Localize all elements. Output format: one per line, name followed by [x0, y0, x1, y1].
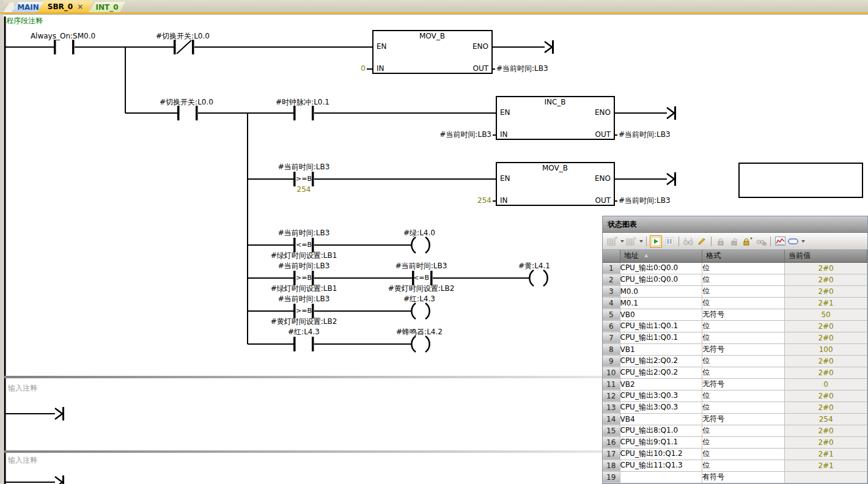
- cmp-bottom-operand-yellow-set[interactable]: #黄灯时间设置:LB2: [271, 318, 337, 326]
- force-new-icon[interactable]: [741, 235, 754, 248]
- input-comment-2[interactable]: 输入注释: [8, 384, 37, 392]
- in-value-254[interactable]: 254: [461, 197, 491, 205]
- row-number-cell[interactable]: 9: [603, 355, 620, 367]
- value-cell[interactable]: 254: [785, 413, 867, 425]
- coil-label-buzzer[interactable]: #蜂鸣器:L4.2: [396, 328, 443, 336]
- value-cell[interactable]: 2#1: [785, 448, 867, 460]
- operand-label-clock-pulse[interactable]: #时钟脉冲:L0.1: [276, 98, 329, 106]
- cmp-top-operand[interactable]: #当前时间:LB3: [278, 229, 330, 237]
- coil-buzzer[interactable]: [411, 336, 429, 352]
- address-cell[interactable]: VB0: [620, 309, 702, 320]
- address-cell[interactable]: CPU_输出3:Q0.3: [620, 402, 702, 413]
- format-cell[interactable]: 位: [702, 285, 785, 297]
- address-cell[interactable]: M0.0: [620, 285, 702, 297]
- value-cell[interactable]: 2#0: [785, 285, 867, 297]
- format-cell[interactable]: 位: [702, 262, 785, 274]
- force-icon[interactable]: [715, 235, 727, 248]
- header-value[interactable]: 当前值: [785, 250, 867, 262]
- row-number-cell[interactable]: 6: [603, 320, 620, 332]
- tab-int0[interactable]: INT_0: [89, 2, 125, 12]
- contact-clock-pulse[interactable]: [293, 106, 314, 120]
- value-cell[interactable]: 2#0: [785, 274, 867, 285]
- cmp-top-operand[interactable]: #当前时间:LB3: [278, 163, 330, 171]
- coil-label-green[interactable]: #绿:L4.0: [403, 229, 435, 237]
- coil-label-red[interactable]: #红:L4.3: [403, 295, 435, 303]
- coil-yellow[interactable]: [529, 270, 547, 286]
- dropdown-caret-icon[interactable]: [619, 235, 625, 248]
- format-cell[interactable]: 位: [702, 402, 785, 413]
- unforce-icon[interactable]: [728, 235, 740, 248]
- address-cell[interactable]: VB4: [620, 413, 702, 425]
- chart-status-on-icon[interactable]: [650, 235, 662, 248]
- address-cell[interactable]: CPU_输出2:Q0.2: [620, 367, 702, 378]
- address-cell[interactable]: [620, 471, 702, 483]
- value-cell[interactable]: 50: [785, 309, 867, 320]
- value-cell[interactable]: 100: [785, 343, 867, 355]
- row-number-cell[interactable]: 10: [603, 367, 620, 378]
- cmp-bottom-operand-green-set[interactable]: #绿灯时间设置:LB1: [271, 252, 337, 260]
- cmp-top-operand[interactable]: #当前时间:LB3: [278, 295, 330, 303]
- value-cell[interactable]: 2#0: [785, 436, 867, 448]
- coil-green[interactable]: [411, 237, 429, 253]
- cmp-bottom-value-254[interactable]: 254: [297, 186, 311, 194]
- header-address[interactable]: 地址▲: [620, 250, 702, 262]
- format-cell[interactable]: 位: [702, 436, 785, 448]
- row-number-cell[interactable]: 8: [603, 343, 620, 355]
- address-cell[interactable]: CPU_输出3:Q0.3: [620, 390, 702, 402]
- address-cell[interactable]: CPU_输出10:Q1.2: [620, 448, 702, 460]
- format-cell[interactable]: 位: [702, 332, 785, 343]
- row-number-cell[interactable]: 16: [603, 436, 620, 448]
- input-comment-3[interactable]: 输入注释: [8, 457, 37, 464]
- cmp-top-operand[interactable]: #当前时间:LB3: [395, 262, 447, 270]
- format-cell[interactable]: 无符号: [702, 378, 785, 390]
- format-cell[interactable]: 无符号: [702, 413, 785, 425]
- address-cell[interactable]: CPU_输出2:Q0.2: [620, 355, 702, 367]
- value-cell[interactable]: [785, 471, 867, 483]
- format-cell[interactable]: 位: [702, 320, 785, 332]
- contact-red[interactable]: [293, 337, 314, 351]
- contact-always-on[interactable]: [54, 40, 75, 54]
- value-cell[interactable]: 2#0: [785, 402, 867, 413]
- empty-box[interactable]: [738, 163, 863, 198]
- value-cell[interactable]: 2#0: [785, 262, 867, 274]
- address-cell[interactable]: VB1: [620, 343, 702, 355]
- out-operand-cur-time[interactable]: #当前时间:LB3: [496, 65, 548, 73]
- out-operand-cur-time[interactable]: #当前时间:LB3: [619, 197, 671, 205]
- row-number-cell[interactable]: 11: [603, 378, 620, 390]
- write-icon[interactable]: [696, 235, 708, 248]
- row-number-cell[interactable]: 18: [603, 460, 620, 471]
- row-number-cell[interactable]: 1: [603, 262, 620, 274]
- value-cell[interactable]: 2#1: [785, 297, 867, 309]
- format-cell[interactable]: 位: [702, 274, 785, 285]
- address-cell[interactable]: CPU_输出9:Q1.1: [620, 436, 702, 448]
- tab-sbr0[interactable]: SBR_0×: [37, 1, 94, 12]
- value-cell[interactable]: 2#0: [785, 332, 867, 343]
- contact-switch-no[interactable]: [177, 106, 198, 120]
- address-cell[interactable]: CPU_输出0:Q0.0: [620, 274, 702, 285]
- delete-chart-icon[interactable]: [625, 235, 638, 248]
- row-number-cell[interactable]: 5: [603, 309, 620, 320]
- trend-view-icon[interactable]: [774, 235, 786, 248]
- address-cell[interactable]: M0.1: [620, 297, 702, 309]
- format-cell[interactable]: 位: [702, 367, 785, 378]
- address-cell[interactable]: CPU_输出11:Q1.3: [620, 460, 702, 471]
- out-operand-cur-time[interactable]: #当前时间:LB3: [619, 131, 671, 139]
- value-cell[interactable]: 2#0: [785, 425, 867, 436]
- contacts[interactable]: [54, 40, 433, 351]
- format-cell[interactable]: 无符号: [702, 309, 785, 320]
- read-icon[interactable]: [682, 235, 694, 248]
- value-cell[interactable]: 2#0: [785, 390, 867, 402]
- cmp-bottom-operand-yellow-set[interactable]: #黄灯时间设置:LB2: [388, 285, 455, 293]
- format-cell[interactable]: 位: [702, 297, 785, 309]
- row-number-cell[interactable]: 7: [603, 332, 620, 343]
- format-cell[interactable]: 位: [702, 425, 785, 436]
- cmp-bottom-operand-green-set[interactable]: #绿灯时间设置:LB1: [271, 285, 337, 293]
- format-cell[interactable]: 无符号: [702, 343, 785, 355]
- in-operand-cur-time[interactable]: #当前时间:LB3: [424, 131, 491, 139]
- pause-icon[interactable]: [663, 235, 675, 248]
- row-number-cell[interactable]: 19: [603, 471, 620, 483]
- row-number-cell[interactable]: 17: [603, 448, 620, 460]
- format-cell[interactable]: 有符号: [702, 471, 785, 483]
- row-number-cell[interactable]: 15: [603, 425, 620, 436]
- panel-titlebar[interactable]: 状态图表: [603, 216, 867, 233]
